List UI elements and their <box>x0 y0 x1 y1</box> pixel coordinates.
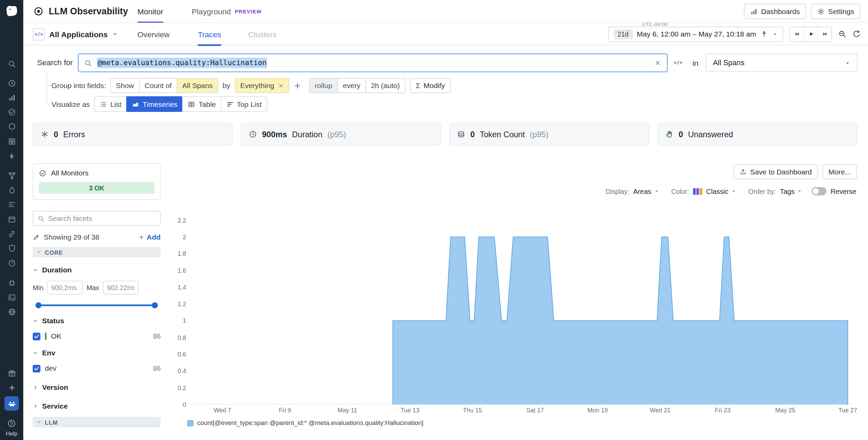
nav-pipelines-icon[interactable] <box>0 200 23 209</box>
nav-logs-icon[interactable] <box>0 186 23 194</box>
facet-status[interactable]: Status <box>33 317 161 325</box>
nav-rum-icon[interactable] <box>0 215 23 224</box>
slider-handle-min[interactable] <box>36 302 42 308</box>
reverse-toggle[interactable] <box>812 187 827 195</box>
section-core[interactable]: CORE <box>33 247 161 257</box>
modify-button[interactable]: Σ Modify <box>410 78 451 93</box>
errors-card[interactable]: 0 Errors <box>33 123 233 145</box>
group-by-tag[interactable]: Everything <box>235 78 289 93</box>
nav-events-icon[interactable] <box>0 152 23 160</box>
caret-down-icon[interactable] <box>772 31 778 37</box>
nav-integrations-icon[interactable] <box>0 230 23 238</box>
y-axis-tick: 1.2 <box>164 300 186 308</box>
slider-track[interactable] <box>37 304 157 306</box>
facet-version[interactable]: Version <box>33 383 161 391</box>
facet-service[interactable]: Service <box>33 402 161 410</box>
time-range-picker[interactable]: UTC-04:00 21d May 6, 12:00 am – May 27, … <box>608 26 783 42</box>
nav-history-icon[interactable] <box>0 79 23 87</box>
all-monitors-label: All Monitors <box>51 169 88 177</box>
facet-search-input[interactable] <box>48 214 156 223</box>
edit-facets-icon[interactable] <box>33 233 40 241</box>
application-selector[interactable]: </> All Applications <box>33 23 118 45</box>
nav-infrastructure-icon[interactable] <box>0 137 23 145</box>
viz-list-button[interactable]: List <box>94 96 127 112</box>
search-query[interactable]: @meta.evaluations.quality:Hallucination <box>97 58 267 68</box>
facet-duration[interactable]: Duration <box>33 266 161 274</box>
dashboards-button[interactable]: Dashboards <box>744 4 806 19</box>
help-icon[interactable] <box>0 419 23 428</box>
tab-overview[interactable]: Overview <box>137 23 170 45</box>
chart-legend[interactable]: count[@event_type:span @parent_id:* @met… <box>187 420 423 426</box>
zoom-out-icon[interactable] <box>838 30 846 38</box>
add-facet-button[interactable]: Add <box>138 233 161 241</box>
token-count-card[interactable]: 0 Token Count (p95) <box>449 123 649 145</box>
monitor-status-bar[interactable]: 3 OK <box>39 182 155 194</box>
nav-universal-service-icon[interactable] <box>0 308 23 316</box>
nav-monitors-icon[interactable] <box>0 108 23 116</box>
viz-toplist-button[interactable]: Top List <box>221 96 267 112</box>
datadog-logo[interactable] <box>4 4 19 18</box>
pin-icon[interactable] <box>760 30 768 38</box>
facet-row-ok[interactable]: OK 86 <box>33 332 161 340</box>
nav-llm-observability-icon[interactable] <box>4 396 19 411</box>
tab-clusters[interactable]: Clusters <box>248 23 276 45</box>
viz-table-button[interactable]: Table <box>182 96 221 112</box>
search-icon <box>38 215 44 222</box>
raw-query-toggle[interactable]: </> <box>671 57 685 68</box>
nav-apm-icon[interactable] <box>0 122 23 130</box>
timeseries-chart[interactable] <box>191 216 853 404</box>
order-by-select[interactable]: Tags <box>780 187 802 195</box>
checkbox-ok[interactable] <box>33 332 41 340</box>
display-select[interactable]: Areas <box>633 187 659 195</box>
duration-range-slider[interactable] <box>36 302 158 308</box>
duration-card[interactable]: 900ms Duration (p95) <box>241 123 441 145</box>
nav-synthetics-icon[interactable] <box>0 259 23 267</box>
show-button[interactable]: Show <box>110 78 139 93</box>
llm-observability-app: Help LLM Observability Monitor Playgroun… <box>0 0 868 440</box>
step-forward-button[interactable] <box>817 27 831 41</box>
remove-tag-icon[interactable] <box>278 83 284 88</box>
every-button[interactable]: every <box>337 78 366 93</box>
span-scope-select[interactable]: All Spans <box>706 54 857 72</box>
count-of-button[interactable]: Count of <box>139 78 177 93</box>
errors-icon <box>40 130 49 138</box>
search-input[interactable]: @meta.evaluations.quality:Hallucination <box>78 54 667 72</box>
clear-search-icon[interactable] <box>654 59 661 67</box>
step-backward-button[interactable] <box>790 27 804 41</box>
color-select[interactable]: Classic <box>706 187 736 195</box>
checkbox-dev[interactable] <box>33 365 41 372</box>
unanswered-card[interactable]: 0 Unanswered <box>658 123 857 145</box>
tab-playground[interactable]: Playground PREVIEW <box>192 0 262 23</box>
active-tab-underline <box>198 44 221 46</box>
settings-button[interactable]: Settings <box>811 4 860 19</box>
play-button[interactable] <box>804 27 818 41</box>
nav-whats-new-icon[interactable] <box>0 384 23 392</box>
nav-error-tracking-icon[interactable] <box>0 279 23 287</box>
viz-timeseries-button[interactable]: Timeseries <box>126 96 183 112</box>
duration-max-input[interactable] <box>103 281 139 295</box>
nav-search-icon[interactable] <box>0 60 23 68</box>
add-group-by-icon[interactable] <box>294 82 302 89</box>
nav-releases-icon[interactable] <box>0 369 23 378</box>
duration-min-input[interactable] <box>47 281 83 295</box>
interval-select[interactable]: 2h (auto) <box>366 78 405 93</box>
nav-ci-icon[interactable] <box>0 293 23 301</box>
save-to-dashboard-button[interactable]: Save to Dashboard <box>733 165 818 180</box>
section-llm[interactable]: LLM <box>33 417 161 427</box>
nav-security-icon[interactable] <box>0 244 23 252</box>
measure-select[interactable]: All Spans <box>177 78 218 93</box>
slider-handle-max[interactable] <box>152 302 158 308</box>
all-monitors-card[interactable]: All Monitors 3 OK <box>33 163 161 200</box>
help-label[interactable]: Help <box>0 431 23 437</box>
nav-service-map-icon[interactable] <box>0 172 23 180</box>
nav-metrics-icon[interactable] <box>0 94 23 102</box>
color-label: Color: <box>671 187 689 195</box>
chevron-right-icon <box>33 384 38 390</box>
facet-env[interactable]: Env <box>33 349 161 357</box>
more-button[interactable]: More... <box>822 165 857 180</box>
facet-search[interactable] <box>33 211 161 226</box>
facet-row-dev[interactable]: dev 86 <box>33 364 161 372</box>
tab-traces[interactable]: Traces <box>198 23 221 45</box>
refresh-icon[interactable] <box>853 30 861 38</box>
tab-monitor[interactable]: Monitor <box>137 0 163 23</box>
